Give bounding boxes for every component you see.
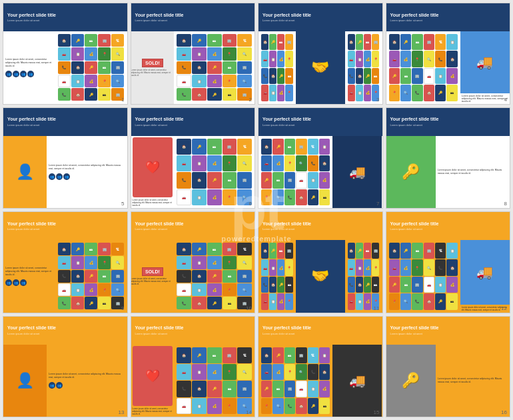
slide-12-number: 12 — [501, 305, 507, 311]
slide-10[interactable]: Your perfect slide title Lorem ipsum dol… — [131, 211, 256, 313]
slide-15-subtitle: Lorem ipsum dolor sit amet — [262, 332, 311, 335]
slide-grid: Your perfect slide title Lorem ipsum dol… — [0, 0, 513, 420]
slide-5-subtitle: Lorem ipsum dolor sit amet — [7, 123, 56, 127]
slide-3-number: 3 — [376, 97, 379, 103]
slide-14-text: Lorem ipsum dolor sit amet, consectetur … — [133, 407, 173, 415]
slide-2-title: Your perfect slide title — [135, 13, 184, 18]
slide-11[interactable]: Your perfect slide title Lorem ipsum dol… — [258, 211, 383, 313]
slide-9-title: Your perfect slide title — [7, 221, 56, 227]
slide-8-text: Lorem ipsum dolor sit amet, consectetur … — [438, 169, 508, 176]
slide-13-subtitle: Lorem ipsum dolor sit amet — [7, 332, 56, 335]
slide-2[interactable]: Your perfect slide title Lorem ipsum dol… — [131, 3, 256, 105]
slide-8-subtitle: Lorem ipsum dolor sit amet — [390, 123, 439, 127]
slide-3-subtitle: Lorem ipsum dolor sit amet — [262, 19, 311, 22]
slide-8-title: Your perfect slide title — [390, 117, 439, 122]
slide-8-number: 8 — [504, 201, 507, 207]
slide-4-subtitle: Lorem ipsum dolor sit amet — [390, 19, 439, 22]
slide-10-number: 10 — [246, 305, 252, 311]
slide-12-title: Your perfect slide title — [390, 221, 439, 227]
slide-7-subtitle: Lorem ipsum dolor sit amet — [262, 123, 311, 127]
slide-7-title: Your perfect slide title — [262, 117, 311, 122]
slide-2-number: 2 — [249, 97, 252, 103]
slide-6-number: 6 — [249, 201, 252, 207]
slide-11-title: Your perfect slide title — [262, 221, 311, 227]
slide-1-number: 1 — [121, 97, 124, 103]
slide-9[interactable]: Your perfect slide title Lorem ipsum dol… — [3, 211, 128, 313]
slide-16[interactable]: Your perfect slide title Lorem ipsum dol… — [386, 316, 511, 418]
slide-5-number: 5 — [121, 201, 124, 207]
slide-5-title: Your perfect slide title — [7, 117, 56, 122]
truck-dark-icon: 🚚 — [332, 136, 382, 208]
slide-5-text: Lorem ipsum dolor sit amet, consectetur … — [49, 164, 125, 171]
slide-8[interactable]: Your perfect slide title Lorem ipsum dol… — [386, 107, 511, 209]
handshake-icon: 🤝 — [311, 59, 329, 76]
slide-13-text: Lorem ipsum dolor sit amet, consectetur … — [49, 373, 125, 380]
slide-3-title: Your perfect slide title — [262, 13, 311, 18]
slide-6-text: Lorem ipsum dolor sit amet, consectetur … — [133, 199, 173, 207]
slide-11-number: 11 — [374, 305, 380, 311]
slide-1-title: Your perfect slide title — [7, 13, 56, 18]
slide-14-subtitle: Lorem ipsum dolor sit amet — [135, 332, 184, 335]
slide-6-subtitle: Lorem ipsum dolor sit amet — [135, 123, 184, 127]
slide-4[interactable]: Your perfect slide title Lorem ipsum dol… — [386, 3, 511, 105]
slide-1-text: Lorem ipsum dolor sit amet, consectetur … — [5, 58, 53, 69]
truck-12-icon: 🚚 — [460, 240, 510, 304]
key-16-icon: 🔑 — [386, 345, 436, 417]
sold-badge-10: SOLD! — [142, 267, 163, 276]
slide-14-number: 14 — [246, 409, 252, 415]
slide-6[interactable]: Your perfect slide title Lorem ipsum dol… — [131, 107, 256, 209]
heart-14-icon: ❤️ — [133, 346, 173, 406]
slide-10-title: Your perfect slide title — [135, 221, 184, 227]
slide-13[interactable]: Your perfect slide title Lorem ipsum dol… — [3, 316, 128, 418]
slide-14[interactable]: Your perfect slide title Lorem ipsum dol… — [131, 316, 256, 418]
slide-10-text: Lorem ipsum dolor sit amet, consectetur … — [131, 277, 175, 285]
truck-icon: 🚚 — [460, 31, 510, 93]
slide-2-subtitle: Lorem ipsum dolor sit amet — [135, 19, 184, 22]
slide-5[interactable]: Your perfect slide title Lorem ipsum dol… — [3, 107, 128, 209]
slide-12-subtitle: Lorem ipsum dolor sit amet — [390, 227, 439, 231]
slide-1[interactable]: Your perfect slide title Lorem ipsum dol… — [3, 3, 128, 105]
slide-12[interactable]: Your perfect slide title Lorem ipsum dol… — [386, 211, 511, 313]
heart-icon: ❤️ — [133, 137, 173, 197]
slide-16-text: Lorem ipsum dolor sit amet, consectetur … — [438, 377, 508, 385]
slide-4-number: 4 — [504, 97, 507, 103]
slide-15[interactable]: Your perfect slide title Lorem ipsum dol… — [258, 316, 383, 418]
slide-2-body-text: Lorem ipsum dolor sit amet, consectetur … — [131, 69, 175, 77]
slide-1-subtitle: Lorem ipsum dolor sit amet — [7, 19, 56, 22]
person-icon-area: 👤 — [3, 136, 47, 208]
slide-16-title: Your perfect slide title — [390, 325, 439, 331]
slide-6-title: Your perfect slide title — [135, 117, 184, 122]
handshake-11-icon: 🤝 — [311, 267, 329, 285]
slide-13-number: 13 — [119, 409, 125, 415]
slide-14-title: Your perfect slide title — [135, 325, 184, 331]
sold-badge: SOLD! — [142, 59, 163, 67]
slide-4-title: Your perfect slide title — [390, 13, 439, 18]
slide-7-number: 7 — [376, 201, 379, 207]
person-13-icon: 👤 — [3, 345, 47, 417]
slide-7[interactable]: Your perfect slide title Lorem ipsum dol… — [258, 107, 383, 209]
slide-11-subtitle: Lorem ipsum dolor sit amet — [262, 227, 311, 231]
slide-16-number: 16 — [501, 409, 507, 415]
slide-3[interactable]: Your perfect slide title Lorem ipsum dol… — [258, 3, 383, 105]
key-icon: 🔑 — [386, 136, 436, 208]
slide-4-text: Lorem ipsum dolor sit amet, consectetur … — [460, 93, 510, 104]
truck-15-icon: 🚚 — [332, 345, 382, 417]
slide-13-title: Your perfect slide title — [7, 325, 56, 331]
slide-16-subtitle: Lorem ipsum dolor sit amet — [390, 332, 439, 335]
slide-9-number: 9 — [121, 305, 124, 311]
slide-15-title: Your perfect slide title — [262, 325, 311, 331]
slide-15-number: 15 — [374, 409, 380, 415]
slide-10-subtitle: Lorem ipsum dolor sit amet — [135, 227, 184, 231]
slide-9-subtitle: Lorem ipsum dolor sit amet — [7, 227, 56, 231]
slide-9-text: Lorem ipsum dolor sit amet, consectetur … — [5, 267, 53, 277]
